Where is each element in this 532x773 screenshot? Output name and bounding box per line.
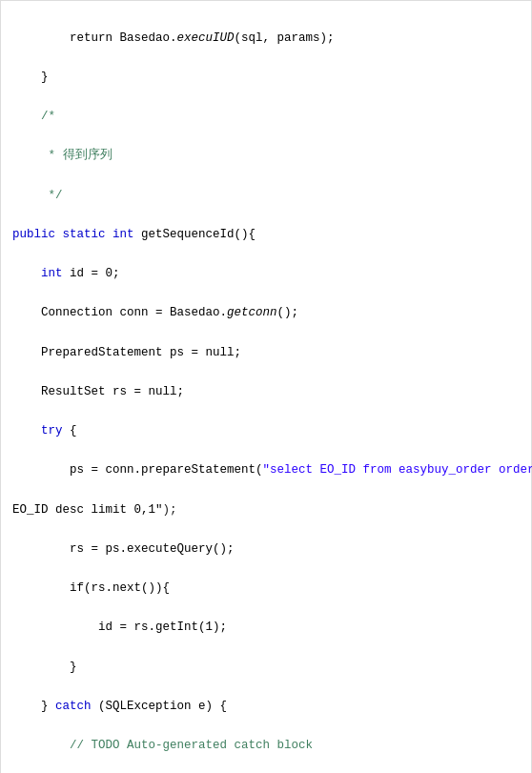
code-line: * 得到序列 <box>12 146 520 166</box>
code-line: } <box>12 68 520 88</box>
code-line: // TODO Auto-generated catch block <box>12 736 520 756</box>
code-line: Connection conn = Basedao.getconn(); <box>12 303 520 323</box>
code-line: PreparedStatement ps = null; <box>12 343 520 363</box>
code-line: try { <box>12 421 520 441</box>
code-line: rs = ps.executeQuery(); <box>12 539 520 559</box>
code-line: id = rs.getInt(1); <box>12 618 520 638</box>
code-line: public static int getSequenceId(){ <box>12 225 520 245</box>
code-container: return Basedao.execuIUD(sql, params); } … <box>0 0 532 773</box>
code-line: */ <box>12 186 520 206</box>
code-line: if(rs.next()){ <box>12 579 520 599</box>
code-line: EO_ID desc limit 0,1"); <box>12 500 520 520</box>
code-line: } <box>12 658 520 678</box>
code-line: return Basedao.execuIUD(sql, params); <box>12 29 520 49</box>
code-line: /* <box>12 107 520 127</box>
code-line: } catch (SQLException e) { <box>12 697 520 717</box>
code-line: int id = 0; <box>12 264 520 284</box>
code-line: ps = conn.prepareStatement("select EO_ID… <box>12 460 520 480</box>
code-block: return Basedao.execuIUD(sql, params); } … <box>1 9 531 773</box>
code-line: ResultSet rs = null; <box>12 382 520 402</box>
